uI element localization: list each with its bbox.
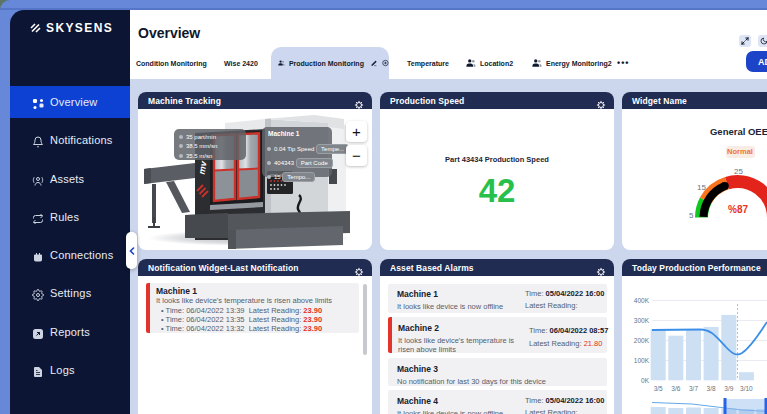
svg-text:15: 15 (697, 183, 706, 192)
svg-text:3/8: 3/8 (707, 385, 716, 392)
svg-text:5: 5 (689, 211, 694, 220)
svg-text:3/9: 3/9 (724, 385, 733, 392)
svg-text:3/6: 3/6 (671, 385, 680, 392)
svg-text:400K: 400K (634, 297, 650, 304)
svg-text:3/5: 3/5 (654, 385, 663, 392)
svg-text:25: 25 (734, 167, 743, 176)
svg-text:200K: 200K (634, 337, 650, 344)
svg-text:3/7: 3/7 (689, 385, 698, 392)
svg-text:%87: %87 (728, 204, 748, 215)
svg-text:100K: 100K (634, 357, 650, 364)
svg-text:3/10: 3/10 (740, 385, 753, 392)
svg-text:0K: 0K (641, 377, 650, 384)
svg-text:300K: 300K (634, 317, 650, 324)
